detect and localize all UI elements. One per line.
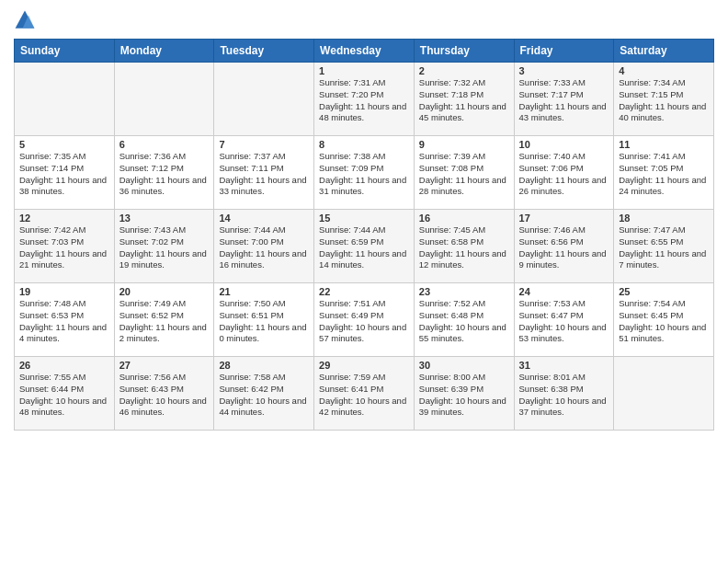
day-cell: 28Sunrise: 7:58 AM Sunset: 6:42 PM Dayli… xyxy=(214,357,314,431)
day-cell: 11Sunrise: 7:41 AM Sunset: 7:05 PM Dayli… xyxy=(614,136,714,210)
day-number: 28 xyxy=(219,360,309,371)
logo-icon xyxy=(14,9,36,31)
weekday-header-monday: Monday xyxy=(114,40,214,63)
weekday-header-thursday: Thursday xyxy=(414,40,514,63)
day-info: Sunrise: 7:38 AM Sunset: 7:09 PM Dayligh… xyxy=(319,151,409,198)
day-number: 2 xyxy=(419,65,509,76)
day-number: 20 xyxy=(119,286,210,297)
day-cell: 7Sunrise: 7:37 AM Sunset: 7:11 PM Daylig… xyxy=(214,136,314,210)
day-cell: 18Sunrise: 7:47 AM Sunset: 6:55 PM Dayli… xyxy=(614,210,714,283)
day-cell: 2Sunrise: 7:32 AM Sunset: 7:18 PM Daylig… xyxy=(414,63,514,136)
day-info: Sunrise: 7:35 AM Sunset: 7:14 PM Dayligh… xyxy=(19,151,109,198)
day-cell: 5Sunrise: 7:35 AM Sunset: 7:14 PM Daylig… xyxy=(15,136,115,210)
day-number: 6 xyxy=(119,139,210,150)
day-info: Sunrise: 7:37 AM Sunset: 7:11 PM Dayligh… xyxy=(219,151,309,198)
day-cell: 27Sunrise: 7:56 AM Sunset: 6:43 PM Dayli… xyxy=(114,357,214,431)
day-number: 5 xyxy=(19,139,109,150)
weekday-header-tuesday: Tuesday xyxy=(214,40,314,63)
weekday-header-wednesday: Wednesday xyxy=(314,40,415,63)
day-info: Sunrise: 7:39 AM Sunset: 7:08 PM Dayligh… xyxy=(419,151,509,198)
day-cell: 31Sunrise: 8:01 AM Sunset: 6:38 PM Dayli… xyxy=(514,357,614,431)
day-cell xyxy=(114,63,214,136)
day-cell: 21Sunrise: 7:50 AM Sunset: 6:51 PM Dayli… xyxy=(214,283,314,357)
weekday-header-friday: Friday xyxy=(514,40,614,63)
day-info: Sunrise: 7:52 AM Sunset: 6:48 PM Dayligh… xyxy=(419,298,509,345)
day-cell: 16Sunrise: 7:45 AM Sunset: 6:58 PM Dayli… xyxy=(414,210,514,283)
day-cell: 14Sunrise: 7:44 AM Sunset: 7:00 PM Dayli… xyxy=(214,210,314,283)
day-number: 4 xyxy=(619,65,709,76)
day-cell xyxy=(214,63,314,136)
day-number: 24 xyxy=(519,286,609,297)
day-cell: 29Sunrise: 7:59 AM Sunset: 6:41 PM Dayli… xyxy=(314,357,415,431)
day-cell: 15Sunrise: 7:44 AM Sunset: 6:59 PM Dayli… xyxy=(314,210,415,283)
week-row-3: 19Sunrise: 7:48 AM Sunset: 6:53 PM Dayli… xyxy=(15,283,714,357)
day-info: Sunrise: 7:41 AM Sunset: 7:05 PM Dayligh… xyxy=(619,151,709,198)
day-cell: 23Sunrise: 7:52 AM Sunset: 6:48 PM Dayli… xyxy=(414,283,514,357)
day-number: 7 xyxy=(219,139,309,150)
calendar: SundayMondayTuesdayWednesdayThursdayFrid… xyxy=(14,39,714,431)
day-info: Sunrise: 7:53 AM Sunset: 6:47 PM Dayligh… xyxy=(519,298,609,345)
week-row-0: 1Sunrise: 7:31 AM Sunset: 7:20 PM Daylig… xyxy=(15,63,714,136)
day-info: Sunrise: 7:40 AM Sunset: 7:06 PM Dayligh… xyxy=(519,151,609,198)
day-cell: 24Sunrise: 7:53 AM Sunset: 6:47 PM Dayli… xyxy=(514,283,614,357)
day-number: 10 xyxy=(519,139,609,150)
day-info: Sunrise: 7:42 AM Sunset: 7:03 PM Dayligh… xyxy=(19,224,109,271)
day-number: 27 xyxy=(119,360,210,371)
day-info: Sunrise: 7:59 AM Sunset: 6:41 PM Dayligh… xyxy=(319,372,409,419)
day-cell: 22Sunrise: 7:51 AM Sunset: 6:49 PM Dayli… xyxy=(314,283,415,357)
day-cell: 30Sunrise: 8:00 AM Sunset: 6:39 PM Dayli… xyxy=(414,357,514,431)
day-cell: 17Sunrise: 7:46 AM Sunset: 6:56 PM Dayli… xyxy=(514,210,614,283)
day-number: 26 xyxy=(19,360,109,371)
day-info: Sunrise: 7:43 AM Sunset: 7:02 PM Dayligh… xyxy=(119,224,210,271)
week-row-1: 5Sunrise: 7:35 AM Sunset: 7:14 PM Daylig… xyxy=(15,136,714,210)
day-info: Sunrise: 8:00 AM Sunset: 6:39 PM Dayligh… xyxy=(419,372,509,419)
day-cell: 10Sunrise: 7:40 AM Sunset: 7:06 PM Dayli… xyxy=(514,136,614,210)
day-number: 3 xyxy=(519,65,609,76)
day-cell xyxy=(15,63,115,136)
page: SundayMondayTuesdayWednesdayThursdayFrid… xyxy=(0,0,728,563)
day-info: Sunrise: 7:49 AM Sunset: 6:52 PM Dayligh… xyxy=(119,298,210,345)
day-info: Sunrise: 7:34 AM Sunset: 7:15 PM Dayligh… xyxy=(619,77,709,124)
day-number: 12 xyxy=(19,213,109,224)
day-cell: 9Sunrise: 7:39 AM Sunset: 7:08 PM Daylig… xyxy=(414,136,514,210)
day-number: 18 xyxy=(619,213,709,224)
day-cell xyxy=(614,357,714,431)
day-cell: 4Sunrise: 7:34 AM Sunset: 7:15 PM Daylig… xyxy=(614,63,714,136)
day-info: Sunrise: 7:47 AM Sunset: 6:55 PM Dayligh… xyxy=(619,224,709,271)
day-info: Sunrise: 7:44 AM Sunset: 7:00 PM Dayligh… xyxy=(219,224,309,271)
day-cell: 3Sunrise: 7:33 AM Sunset: 7:17 PM Daylig… xyxy=(514,63,614,136)
day-number: 21 xyxy=(219,286,309,297)
logo xyxy=(14,9,40,31)
day-number: 31 xyxy=(519,360,609,371)
day-number: 17 xyxy=(519,213,609,224)
day-info: Sunrise: 7:45 AM Sunset: 6:58 PM Dayligh… xyxy=(419,224,509,271)
day-number: 11 xyxy=(619,139,709,150)
day-info: Sunrise: 7:56 AM Sunset: 6:43 PM Dayligh… xyxy=(119,372,210,419)
day-number: 8 xyxy=(319,139,409,150)
day-cell: 8Sunrise: 7:38 AM Sunset: 7:09 PM Daylig… xyxy=(314,136,415,210)
day-number: 13 xyxy=(119,213,210,224)
day-info: Sunrise: 7:48 AM Sunset: 6:53 PM Dayligh… xyxy=(19,298,109,345)
day-cell: 20Sunrise: 7:49 AM Sunset: 6:52 PM Dayli… xyxy=(114,283,214,357)
day-cell: 19Sunrise: 7:48 AM Sunset: 6:53 PM Dayli… xyxy=(15,283,115,357)
day-info: Sunrise: 7:55 AM Sunset: 6:44 PM Dayligh… xyxy=(19,372,109,419)
day-number: 25 xyxy=(619,286,709,297)
day-number: 30 xyxy=(419,360,509,371)
day-info: Sunrise: 7:44 AM Sunset: 6:59 PM Dayligh… xyxy=(319,224,409,271)
day-info: Sunrise: 7:58 AM Sunset: 6:42 PM Dayligh… xyxy=(219,372,309,419)
week-row-2: 12Sunrise: 7:42 AM Sunset: 7:03 PM Dayli… xyxy=(15,210,714,283)
day-number: 15 xyxy=(319,213,409,224)
day-cell: 26Sunrise: 7:55 AM Sunset: 6:44 PM Dayli… xyxy=(15,357,115,431)
day-number: 9 xyxy=(419,139,509,150)
day-number: 22 xyxy=(319,286,409,297)
day-cell: 13Sunrise: 7:43 AM Sunset: 7:02 PM Dayli… xyxy=(114,210,214,283)
day-cell: 12Sunrise: 7:42 AM Sunset: 7:03 PM Dayli… xyxy=(15,210,115,283)
day-number: 19 xyxy=(19,286,109,297)
week-row-4: 26Sunrise: 7:55 AM Sunset: 6:44 PM Dayli… xyxy=(15,357,714,431)
day-info: Sunrise: 7:50 AM Sunset: 6:51 PM Dayligh… xyxy=(219,298,309,345)
day-info: Sunrise: 7:54 AM Sunset: 6:45 PM Dayligh… xyxy=(619,298,709,345)
day-number: 16 xyxy=(419,213,509,224)
day-info: Sunrise: 7:32 AM Sunset: 7:18 PM Dayligh… xyxy=(419,77,509,124)
day-info: Sunrise: 7:51 AM Sunset: 6:49 PM Dayligh… xyxy=(319,298,409,345)
weekday-header-row: SundayMondayTuesdayWednesdayThursdayFrid… xyxy=(15,40,714,63)
